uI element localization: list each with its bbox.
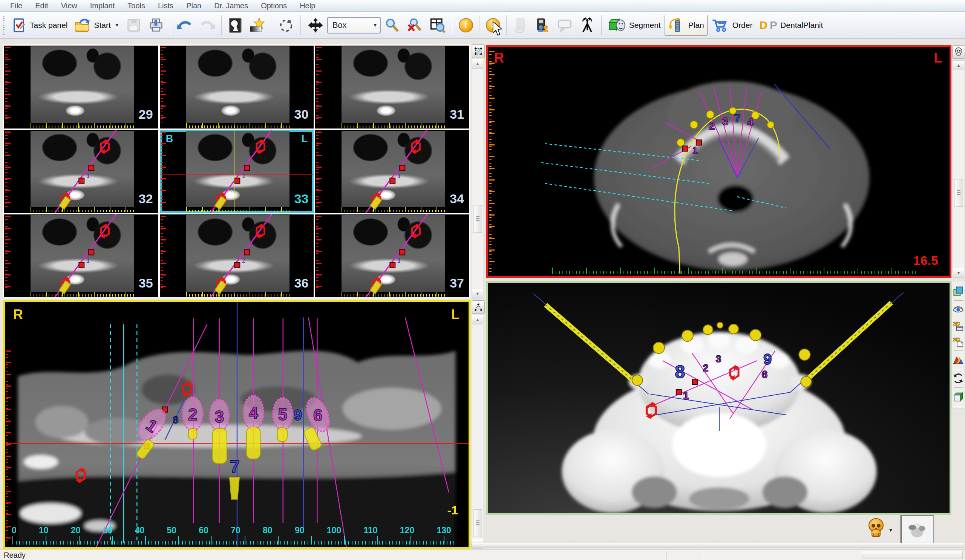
scroll-track[interactable] (472, 68, 483, 289)
axial-implant-4: 4 (747, 116, 754, 128)
panoramic-panel[interactable]: 1 2 3 4 5 6 7 8 9 R L 010 2030 4050 6070… (3, 300, 470, 549)
patient-head-button[interactable] (225, 16, 245, 35)
slice-cell-31[interactable]: 31 (315, 46, 469, 129)
scroll-track[interactable] (472, 324, 483, 539)
menu-options[interactable]: Options (254, 0, 293, 11)
pan-button[interactable] (304, 15, 327, 35)
patient-card-button[interactable] (532, 16, 553, 35)
axial-vertical-ruler (489, 51, 495, 273)
menu-lists[interactable]: Lists (152, 0, 180, 11)
ct-image (31, 46, 134, 123)
pano-curve-indicator-icon[interactable] (472, 300, 485, 314)
scroll-down-button[interactable]: ▼ (472, 289, 483, 298)
zoom-reset-button[interactable] (404, 16, 425, 35)
rotate-view-button[interactable] (275, 15, 298, 35)
redo-button[interactable] (196, 16, 218, 34)
menu-dr-james[interactable]: Dr. James (208, 0, 254, 11)
menu-bar: File Edit View Implant Tools Lists Plan … (0, 0, 965, 12)
view-mode-dropdown[interactable]: Box ▼ (327, 17, 381, 34)
segment-button[interactable]: Segment (605, 15, 664, 35)
slice-cell-29[interactable]: 29 (4, 46, 158, 129)
send-case-button[interactable] (510, 16, 531, 35)
3d-settings-button[interactable]: 3D (952, 318, 964, 333)
axial-implant-1: 1 (692, 145, 698, 156)
panoramic-scrollbar[interactable]: ▲ ▼ (472, 315, 483, 549)
axial-scrollbar[interactable]: ▲ ▼ (953, 60, 964, 278)
render-preview-button[interactable] (900, 515, 934, 547)
toolbar-grip[interactable] (2, 15, 5, 36)
broadcast-button[interactable] (576, 15, 598, 35)
implant-overlay (160, 214, 314, 297)
visibility-eye-button[interactable] (952, 302, 964, 318)
start-dropdown-arrow[interactable]: ▼ (114, 22, 119, 28)
info-button[interactable]: i (456, 16, 476, 34)
slice-cell-30[interactable]: 30 (160, 46, 314, 129)
slice-cell-35[interactable]: 35 (4, 214, 158, 297)
brightness-contrast-button[interactable] (246, 16, 268, 35)
render-mode-skull-button[interactable] (867, 518, 885, 540)
scroll-up-button[interactable]: ▲ (472, 59, 483, 69)
3d-view-button[interactable]: 3D (952, 333, 964, 349)
axial-panel[interactable]: 1 2 3 7 4 R L 16.5 (486, 45, 952, 278)
3d-implant-9: 9 (763, 351, 772, 367)
segment-icon (608, 17, 626, 34)
orientation-skull-button[interactable] (952, 45, 965, 59)
implant-overlay (315, 214, 469, 297)
view-mode-dropdown-arrow[interactable]: ▼ (373, 22, 378, 28)
redo-icon (200, 18, 215, 33)
zoom-window-button[interactable] (426, 16, 449, 35)
chat-button[interactable] (554, 16, 576, 34)
menu-help[interactable]: Help (293, 0, 322, 11)
slice-cell-36[interactable]: 36 (160, 214, 314, 297)
task-panel-button[interactable]: Task panel (9, 16, 70, 34)
person-card-icon (535, 17, 550, 33)
menu-edit[interactable]: Edit (29, 0, 54, 11)
slice-cell-37[interactable]: 37 (315, 214, 469, 297)
menu-view[interactable]: View (55, 0, 84, 11)
scroll-up-button[interactable]: ▲ (472, 315, 483, 325)
dentalplanit-button[interactable]: D P DentalPlanit (756, 17, 826, 33)
menu-implant[interactable]: Implant (84, 0, 121, 11)
menu-file[interactable]: File (4, 0, 29, 11)
rotate-3d-button[interactable] (952, 371, 964, 386)
toolbar-separator (221, 15, 222, 35)
menu-plan[interactable]: Plan (180, 0, 208, 11)
scroll-thumb[interactable] (954, 179, 963, 207)
order-cart-icon (711, 17, 729, 34)
scroll-down-button[interactable]: ▼ (953, 268, 964, 278)
slice-cell-33-selected[interactable]: B L 33 (160, 130, 314, 213)
scroll-thumb[interactable] (473, 509, 482, 537)
slice-cell-32[interactable]: 32 (4, 130, 158, 213)
segment-label: Segment (629, 21, 661, 30)
undo-button[interactable] (174, 16, 196, 34)
axial-crosshair-line[interactable] (160, 175, 314, 175)
zoom-button[interactable] (381, 16, 403, 35)
cross-sections-scrollbar[interactable]: ▲ ▼ (472, 59, 483, 299)
slice-number: 31 (450, 107, 464, 122)
order-button[interactable]: Order (708, 15, 756, 35)
3d-implant-6: 6 (761, 369, 767, 380)
cross-sections-panel: 29 30 31 32 B L (3, 44, 470, 299)
pano-crosshair-line[interactable] (234, 130, 234, 213)
start-button[interactable]: Start ▼ (71, 16, 122, 34)
save-icon (126, 18, 141, 33)
clip-box-button[interactable] (952, 389, 964, 405)
save-button[interactable] (123, 16, 144, 34)
svg-text:3D: 3D (953, 320, 960, 327)
menu-tools[interactable]: Tools (121, 0, 152, 11)
overlay-views-button[interactable] (952, 283, 964, 299)
slice-cell-34[interactable]: 34 (315, 130, 469, 213)
print-button[interactable] (145, 16, 167, 34)
axial-horizontal-ruler (552, 268, 916, 274)
render-mode-dropdown-arrow[interactable]: ▼ (888, 527, 893, 533)
horizontal-ruler (342, 123, 445, 128)
pano-ruler-labels: 010 2030 4050 6070 8090 100110 120130 (12, 525, 451, 536)
plan-button[interactable]: Plan (664, 15, 708, 36)
scroll-track[interactable] (953, 70, 964, 268)
segmentation-volumes-button[interactable] (952, 352, 964, 368)
cross-section-indicator-icon[interactable] (472, 44, 485, 58)
three-d-render: 8 1 2 3 9 6 (488, 283, 950, 513)
scroll-up-button[interactable]: ▲ (953, 61, 964, 70)
scroll-thumb[interactable] (473, 205, 482, 233)
three-d-panel[interactable]: 8 1 2 3 9 6 (486, 281, 952, 515)
